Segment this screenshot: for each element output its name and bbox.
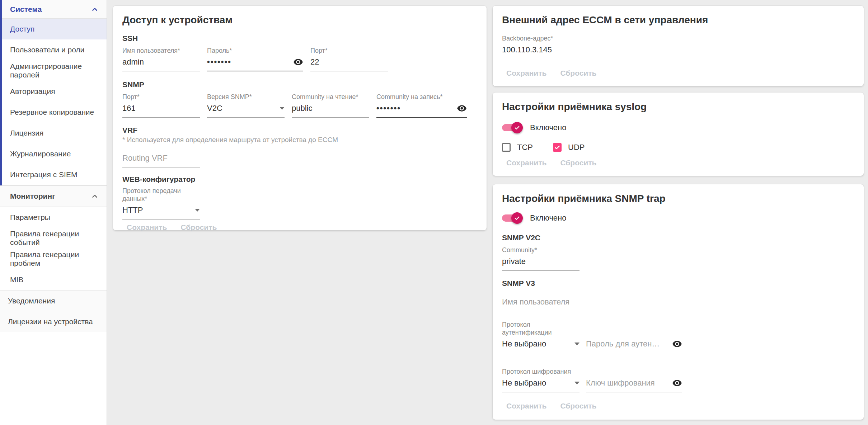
card-actions: Сохранить Сбросить bbox=[502, 65, 854, 82]
reset-button[interactable]: Сбросить bbox=[556, 155, 601, 171]
field-label: Имя пользователя* bbox=[122, 47, 200, 55]
eye-icon[interactable] bbox=[672, 378, 682, 388]
field-value: admin bbox=[122, 57, 144, 67]
chevron-up-icon[interactable] bbox=[90, 192, 99, 201]
item-label: Администрирование паролей bbox=[10, 62, 101, 79]
ssh-port-field[interactable]: Порт* 22 bbox=[310, 47, 388, 71]
toggle-label: Включено bbox=[530, 123, 566, 132]
sidebar-item-parameters[interactable]: Параметры bbox=[0, 207, 107, 228]
masked-value: ••••••• bbox=[376, 103, 401, 114]
sidebar-item-authorization[interactable]: Авторизация bbox=[0, 81, 107, 102]
card-actions: Сохранить Сбросить bbox=[502, 398, 854, 415]
snmp-read-community-field[interactable]: Community на чтение* public bbox=[292, 93, 369, 118]
reset-button[interactable]: Сбросить bbox=[176, 219, 221, 235]
save-button[interactable]: Сохранить bbox=[122, 219, 171, 235]
udp-checkbox[interactable] bbox=[553, 143, 562, 152]
syslog-protocols-row: TCP UDP bbox=[502, 143, 854, 152]
tcp-checkbox[interactable] bbox=[502, 143, 511, 152]
item-label: Интеграция с SIEM bbox=[10, 170, 77, 179]
field-label: Версия SNMP* bbox=[207, 93, 285, 101]
snmp-write-community-field[interactable]: Community на запись* ••••••• bbox=[376, 93, 467, 118]
selected-value: Не выбрано bbox=[502, 378, 546, 388]
sidebar-item-problem-rules[interactable]: Правила генерации проблем bbox=[0, 249, 107, 269]
right-column: Внешний адрес ECCM в сети управления Bac… bbox=[493, 6, 864, 420]
field-label: Порт* bbox=[310, 47, 388, 55]
snmp-section-heading: SNMP bbox=[122, 80, 477, 89]
item-label: Лицензии на устройства bbox=[8, 317, 93, 326]
external-address-card: Внешний адрес ECCM в сети управления Bac… bbox=[493, 6, 864, 86]
chevron-down-icon[interactable] bbox=[574, 382, 580, 384]
trap-community-field[interactable]: Community* private bbox=[502, 246, 580, 271]
field-label: Community* bbox=[502, 246, 580, 254]
field-label: Пароль* bbox=[207, 47, 303, 55]
group-label: Мониторинг bbox=[10, 192, 55, 200]
field-value: 161 bbox=[122, 103, 136, 114]
active-group-indicator bbox=[0, 0, 2, 185]
syslog-enabled-row: Включено bbox=[502, 122, 854, 133]
card-actions: Сохранить Сбросить bbox=[502, 155, 854, 171]
chevron-down-icon[interactable] bbox=[280, 107, 285, 110]
tcp-label: TCP bbox=[517, 143, 533, 152]
field-label: Протокол шифрования bbox=[502, 368, 580, 376]
enabled-toggle[interactable] bbox=[502, 212, 520, 224]
field-value: 100.110.3.145 bbox=[502, 44, 552, 55]
toggle-label: Включено bbox=[530, 213, 566, 223]
chevron-down-icon[interactable] bbox=[574, 343, 580, 345]
item-label: Правила генерации событий bbox=[10, 230, 101, 247]
routing-vrf-field[interactable]: Routing VRF bbox=[122, 151, 200, 167]
sidebar-item-password-admin[interactable]: Администрирование паролей bbox=[0, 60, 107, 81]
enabled-toggle[interactable] bbox=[502, 122, 520, 133]
web-protocol-select[interactable]: Протокол передачи данных* HTTP bbox=[122, 187, 200, 219]
reset-button[interactable]: Сбросить bbox=[556, 65, 601, 81]
snmp-v3-heading: SNMP V3 bbox=[502, 279, 854, 288]
sidebar-group-header-monitoring[interactable]: Мониторинг bbox=[0, 185, 107, 207]
sidebar-item-device-licenses[interactable]: Лицензии на устройства bbox=[0, 311, 107, 332]
reset-button[interactable]: Сбросить bbox=[556, 398, 601, 414]
selected-value: V2C bbox=[207, 103, 222, 114]
ssh-password-field[interactable]: Пароль* ••••••• bbox=[207, 47, 303, 71]
item-label: Доступ bbox=[10, 25, 34, 33]
check-icon bbox=[514, 215, 520, 221]
chevron-down-icon[interactable] bbox=[195, 209, 200, 212]
group-label: Система bbox=[10, 5, 42, 14]
card-title: Доступ к устройствам bbox=[122, 14, 477, 27]
selected-value: HTTP bbox=[122, 205, 143, 216]
toggle-thumb bbox=[511, 122, 523, 133]
trap-username-field[interactable]: Имя пользователя bbox=[502, 294, 580, 311]
sidebar-item-siem[interactable]: Интеграция с SIEM bbox=[0, 164, 107, 185]
sidebar-item-users-roles[interactable]: Пользователи и роли bbox=[0, 39, 107, 60]
field-label: Протокол аутентификации bbox=[502, 321, 580, 336]
save-button[interactable]: Сохранить bbox=[502, 65, 551, 81]
snmp-v2c-heading: SNMP V2C bbox=[502, 233, 854, 242]
ssh-username-field[interactable]: Имя пользователя* admin bbox=[122, 47, 200, 71]
sidebar-item-license[interactable]: Лицензия bbox=[0, 123, 107, 143]
sidebar-item-access[interactable]: Доступ bbox=[0, 19, 107, 39]
item-label: Параметры bbox=[10, 213, 50, 222]
ssh-section-heading: SSH bbox=[122, 34, 477, 43]
vrf-hint: * Используется для определения маршрута … bbox=[122, 136, 477, 144]
field-placeholder: Имя пользователя bbox=[502, 297, 569, 307]
auth-password-field[interactable]: Пароль для аутентификации bbox=[586, 336, 682, 353]
field-label: Community на запись* bbox=[376, 93, 467, 101]
auth-protocol-select[interactable]: Протокол аутентификации Не выбрано bbox=[502, 321, 580, 353]
encrypt-protocol-select[interactable]: Протокол шифрования Не выбрано bbox=[502, 368, 580, 392]
encrypt-key-field[interactable]: Ключ шифрования bbox=[586, 376, 682, 392]
eye-icon[interactable] bbox=[457, 103, 467, 113]
item-label: Резервное копирование bbox=[10, 108, 94, 117]
sidebar-item-backup[interactable]: Резервное копирование bbox=[0, 102, 107, 123]
sidebar-group-header-system[interactable]: Система bbox=[0, 0, 107, 19]
eye-icon[interactable] bbox=[293, 57, 303, 67]
save-button[interactable]: Сохранить bbox=[502, 398, 551, 414]
card-title: Внешний адрес ECCM в сети управления bbox=[502, 14, 854, 27]
snmp-port-field[interactable]: Порт* 161 bbox=[122, 93, 200, 118]
snmp-version-select[interactable]: Версия SNMP* V2C bbox=[207, 93, 285, 118]
sidebar-item-event-rules[interactable]: Правила генерации событий bbox=[0, 228, 107, 249]
backbone-address-field[interactable]: Backbone-адрес* 100.110.3.145 bbox=[502, 34, 592, 59]
sidebar-item-logging[interactable]: Журналирование bbox=[0, 143, 107, 164]
chevron-up-icon[interactable] bbox=[90, 5, 99, 14]
save-button[interactable]: Сохранить bbox=[502, 155, 551, 171]
eye-icon[interactable] bbox=[672, 339, 682, 349]
sidebar-item-notifications[interactable]: Уведомления bbox=[0, 291, 107, 311]
field-value: private bbox=[502, 256, 526, 267]
sidebar-item-mib[interactable]: MIB bbox=[0, 269, 107, 290]
